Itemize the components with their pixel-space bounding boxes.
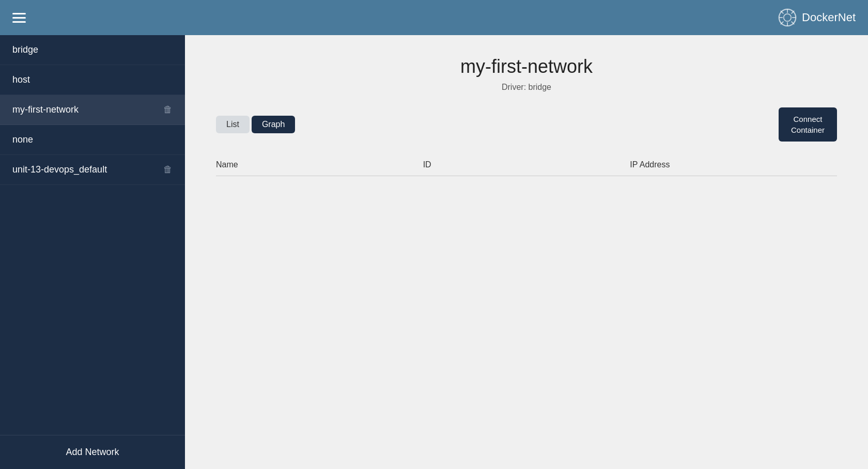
- table-header: Name ID IP Address: [216, 154, 837, 176]
- connect-container-button[interactable]: ConnectContainer: [779, 107, 837, 142]
- sidebar-item-unit-13-devops_default[interactable]: unit-13-devops_default🗑: [0, 155, 185, 185]
- network-driver: Driver: bridge: [216, 83, 837, 92]
- view-tabs: List Graph: [216, 116, 295, 133]
- app-header: DockerNet: [0, 0, 868, 35]
- sidebar-item-label: none: [12, 134, 33, 145]
- sidebar-item-bridge[interactable]: bridge: [0, 35, 185, 65]
- tab-list[interactable]: List: [216, 116, 250, 133]
- table-body: [216, 176, 837, 448]
- main-layout: bridgehostmy-first-network🗑noneunit-13-d…: [0, 35, 868, 469]
- sidebar-item-label: unit-13-devops_default: [12, 164, 107, 175]
- add-network-button[interactable]: Add Network: [0, 435, 185, 469]
- sidebar-item-my-first-network[interactable]: my-first-network🗑: [0, 95, 185, 125]
- tab-graph[interactable]: Graph: [252, 116, 295, 133]
- sidebar-item-label: bridge: [12, 44, 38, 55]
- column-name: Name: [216, 160, 423, 169]
- brand-name: DockerNet: [802, 11, 856, 24]
- sidebar-item-label: host: [12, 74, 30, 85]
- content-toolbar: List Graph ConnectContainer: [216, 107, 837, 142]
- network-title: my-first-network: [216, 56, 837, 77]
- sidebar-item-label: my-first-network: [12, 104, 79, 115]
- brand-logo: DockerNet: [778, 8, 856, 27]
- main-content: my-first-network Driver: bridge List Gra…: [185, 35, 868, 469]
- svg-point-1: [784, 14, 791, 21]
- column-id: ID: [423, 160, 630, 169]
- delete-icon[interactable]: 🗑: [163, 164, 173, 175]
- sidebar-item-host[interactable]: host: [0, 65, 185, 95]
- hamburger-menu[interactable]: [12, 13, 26, 23]
- column-ip-address: IP Address: [630, 160, 837, 169]
- sidebar: bridgehostmy-first-network🗑noneunit-13-d…: [0, 35, 185, 469]
- network-list: bridgehostmy-first-network🗑noneunit-13-d…: [0, 35, 185, 435]
- delete-icon[interactable]: 🗑: [163, 104, 173, 115]
- sidebar-item-none[interactable]: none: [0, 125, 185, 155]
- docker-icon: [778, 8, 797, 27]
